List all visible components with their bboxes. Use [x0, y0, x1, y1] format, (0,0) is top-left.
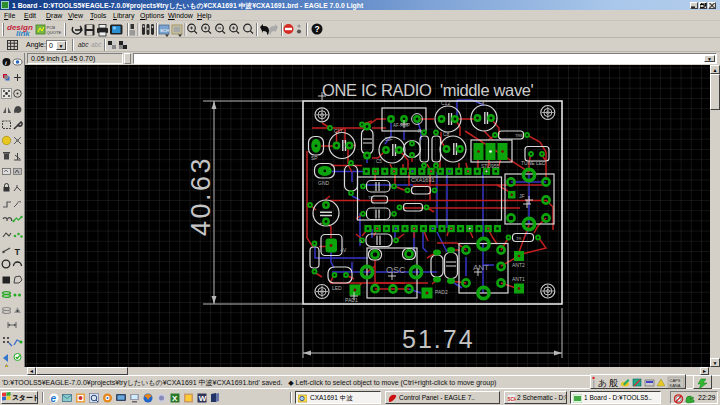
- svg-text:ANT1: ANT1: [512, 276, 525, 282]
- svg-text:TUNE LED: TUNE LED: [521, 160, 546, 166]
- svg-text:C8: C8: [443, 131, 450, 137]
- svg-text:T: T: [15, 247, 21, 257]
- svg-text:ONE IC RADIO 'middle wave': ONE IC RADIO 'middle wave': [322, 81, 534, 99]
- svg-text:SCH: SCH: [160, 28, 169, 33]
- svg-text:C12: C12: [441, 100, 450, 106]
- svg-text:般: 般: [609, 378, 618, 388]
- svg-text:e: e: [51, 392, 57, 403]
- svg-text:STU955: STU955: [481, 163, 500, 169]
- svg-text:X: X: [172, 394, 178, 403]
- svg-text:TR8: TR8: [515, 133, 523, 138]
- svg-text:OSC: OSC: [386, 265, 406, 275]
- svg-text:JF: JF: [519, 193, 525, 199]
- svg-text:50F: 50F: [385, 137, 393, 142]
- svg-text:SCH: SCH: [508, 397, 517, 402]
- svg-text:C5: C5: [376, 159, 382, 164]
- svg-text:KANA: KANA: [670, 383, 681, 388]
- svg-text:C9: C9: [478, 99, 485, 105]
- svg-text:51.74: 51.74: [402, 325, 475, 353]
- svg-text:W: W: [199, 394, 207, 403]
- svg-text:TR: TR: [516, 236, 521, 241]
- svg-text:TR: TR: [368, 195, 373, 200]
- svg-text:+V: +V: [340, 247, 347, 253]
- svg-text:ANT2: ANT2: [512, 262, 525, 268]
- svg-text:GND: GND: [318, 180, 330, 186]
- svg-text:40.63: 40.63: [186, 156, 216, 236]
- svg-text:SP: SP: [311, 155, 318, 161]
- svg-text:あ: あ: [598, 378, 607, 388]
- svg-text:AF-AMP: AF-AMP: [393, 123, 410, 128]
- svg-text:PAD2: PAD2: [435, 289, 448, 295]
- svg-text:PAD1: PAD1: [345, 297, 358, 303]
- svg-text:QUOTE: QUOTE: [47, 30, 62, 35]
- svg-text:ANT: ANT: [473, 263, 489, 272]
- svg-text:?: ?: [315, 24, 320, 34]
- svg-text:C11: C11: [334, 128, 343, 134]
- svg-text:link: link: [16, 29, 30, 38]
- svg-text:+: +: [319, 220, 323, 226]
- svg-text:LED: LED: [332, 285, 342, 291]
- svg-text:CXA1691: CXA1691: [411, 177, 435, 183]
